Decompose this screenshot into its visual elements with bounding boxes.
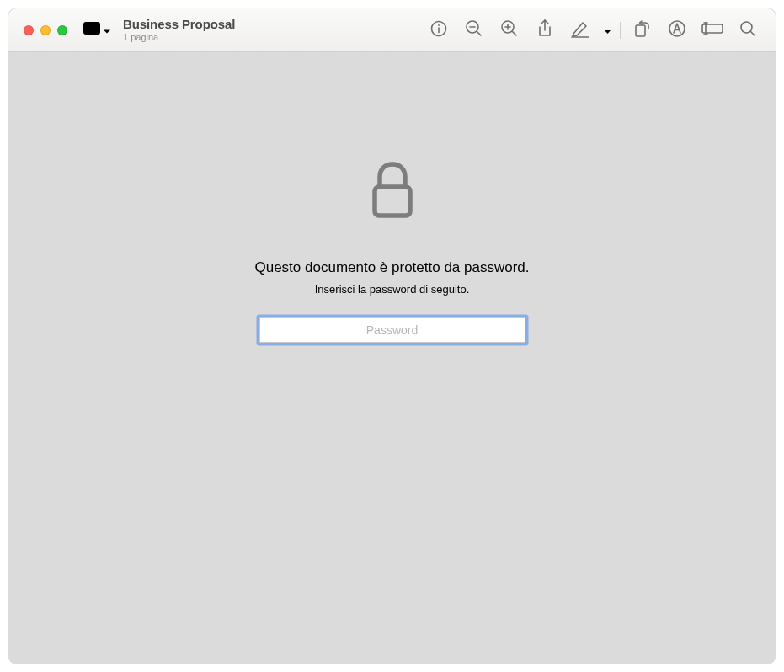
markup-button[interactable]: [661, 13, 693, 47]
share-icon: [536, 19, 553, 42]
close-window-button[interactable]: [24, 25, 34, 35]
maximize-window-button[interactable]: [57, 25, 67, 35]
share-button[interactable]: [529, 13, 561, 47]
form-field-icon: [701, 21, 723, 40]
search-icon: [739, 20, 756, 40]
svg-rect-0: [83, 22, 100, 35]
document-title: Business Proposal: [123, 17, 235, 31]
form-button[interactable]: [696, 13, 728, 47]
content-area: Questo documento è protetto da password.…: [8, 52, 776, 664]
minimize-window-button[interactable]: [40, 25, 51, 35]
protected-subtext: Inserisci la password di seguito.: [315, 283, 470, 296]
svg-point-6: [438, 24, 440, 26]
protected-heading: Questo documento è protetto da password.: [254, 259, 529, 276]
lock-icon: [370, 162, 415, 224]
zoom-out-icon: [465, 19, 483, 41]
inspector-button[interactable]: [423, 13, 455, 47]
svg-rect-25: [375, 187, 410, 216]
svg-line-12: [512, 31, 516, 35]
highlight-button[interactable]: [564, 13, 596, 47]
highlighter-icon: [571, 19, 589, 41]
search-button[interactable]: [732, 13, 764, 47]
password-input[interactable]: [259, 317, 525, 343]
zoom-out-button[interactable]: [458, 13, 490, 47]
titlebar: Business Proposal 1 pagina: [8, 8, 776, 52]
sidebar-icon: [83, 21, 101, 39]
document-title-block: Business Proposal 1 pagina: [123, 17, 235, 43]
rotate-button[interactable]: [626, 13, 658, 47]
rotate-icon: [632, 19, 651, 41]
svg-line-9: [477, 31, 481, 35]
zoom-in-button[interactable]: [493, 13, 525, 47]
markup-icon: [668, 19, 686, 41]
toolbar: [423, 13, 764, 47]
toolbar-separator: [620, 22, 621, 39]
document-subtitle: 1 pagina: [123, 32, 235, 43]
svg-rect-16: [636, 25, 645, 36]
app-window: Business Proposal 1 pagina: [8, 8, 776, 664]
highlight-options-button[interactable]: [600, 23, 615, 38]
window-controls: [24, 25, 67, 35]
sidebar-toggle-button[interactable]: [83, 21, 111, 39]
zoom-in-icon: [500, 19, 519, 41]
chevron-down-icon: [604, 23, 611, 38]
chevron-down-icon: [103, 23, 111, 38]
svg-line-24: [751, 31, 755, 35]
info-icon: [430, 20, 447, 40]
